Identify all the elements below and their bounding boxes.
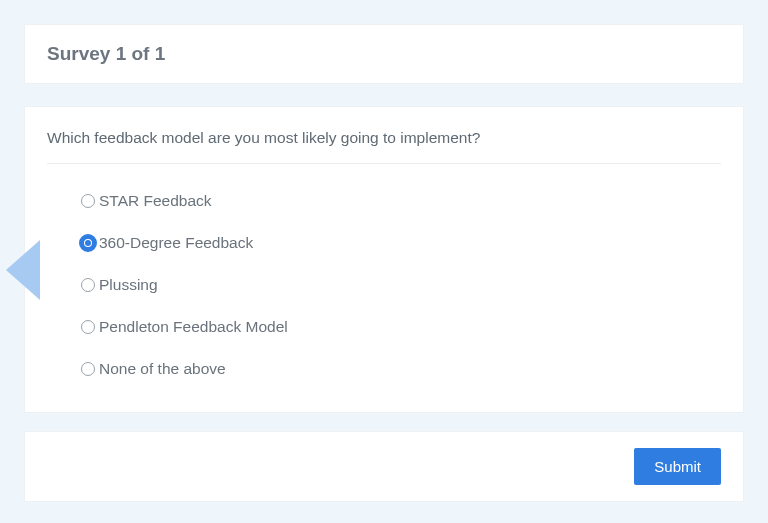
- svg-marker-0: [6, 240, 40, 300]
- survey-page: Survey 1 of 1 Which feedback model are y…: [0, 0, 768, 502]
- option-none-of-the-above[interactable]: None of the above: [81, 348, 721, 390]
- option-label: STAR Feedback: [99, 192, 212, 210]
- option-360-degree-feedback[interactable]: 360-Degree Feedback: [81, 222, 721, 264]
- survey-header: Survey 1 of 1: [24, 24, 744, 84]
- radio-icon-selected: [79, 234, 97, 252]
- submit-button[interactable]: Submit: [634, 448, 721, 485]
- survey-footer: Submit: [24, 431, 744, 502]
- question-card: Which feedback model are you most likely…: [24, 106, 744, 413]
- radio-icon: [81, 194, 95, 208]
- prev-arrow-button[interactable]: [0, 240, 40, 300]
- radio-icon: [81, 362, 95, 376]
- option-label: None of the above: [99, 360, 226, 378]
- survey-title: Survey 1 of 1: [47, 43, 721, 65]
- option-star-feedback[interactable]: STAR Feedback: [81, 180, 721, 222]
- radio-icon: [81, 278, 95, 292]
- question-text: Which feedback model are you most likely…: [47, 129, 721, 164]
- option-label: Plussing: [99, 276, 158, 294]
- option-label: Pendleton Feedback Model: [99, 318, 288, 336]
- options-list: STAR Feedback 360-Degree Feedback Plussi…: [47, 164, 721, 390]
- radio-icon: [81, 320, 95, 334]
- option-label: 360-Degree Feedback: [99, 234, 253, 252]
- option-pendleton-feedback-model[interactable]: Pendleton Feedback Model: [81, 306, 721, 348]
- option-plussing[interactable]: Plussing: [81, 264, 721, 306]
- chevron-left-icon: [0, 240, 40, 300]
